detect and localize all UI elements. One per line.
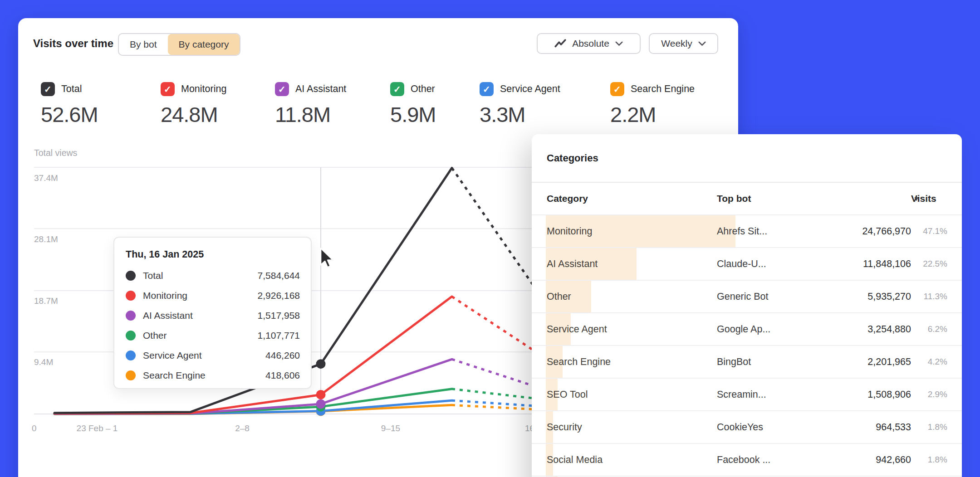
checkbox-ai-assistant[interactable]: ✓	[275, 82, 289, 96]
categories-panel-title: Categories	[532, 134, 962, 183]
tooltip-value: 418,606	[265, 370, 300, 381]
check-icon: ✓	[393, 85, 401, 94]
tooltip-label: Service Agent	[143, 350, 202, 361]
cell-category: Monitoring	[547, 215, 592, 247]
column-header-category: Category	[547, 183, 588, 214]
tooltip-value: 446,260	[265, 350, 300, 361]
x-tick-label: 23 Feb – 1	[77, 423, 118, 433]
tooltip-row: Total 7,584,644	[126, 266, 300, 286]
chart-tooltip: Thu, 16 Jan 2025 Total 7,584,644 Monitor…	[113, 237, 312, 389]
check-icon: ✓	[164, 85, 172, 94]
cell-category: AI Assistant	[547, 248, 598, 280]
toggle-by-bot[interactable]: By bot	[119, 34, 168, 55]
legend-item-ai-assistant[interactable]: ✓ AI Assistant 11.8M	[275, 82, 346, 127]
tooltip-value: 7,584,644	[258, 270, 300, 281]
check-icon: ✓	[483, 85, 490, 94]
cell-percent: 1.8%	[928, 444, 947, 476]
legend-value: 2.2M	[610, 102, 695, 127]
tooltip-label: Total	[143, 270, 163, 281]
series-dot-monitoring	[126, 291, 136, 301]
table-row[interactable]: Other Generic Bot 5,935,270 11.3%	[532, 281, 962, 313]
cell-category: Security	[547, 411, 582, 443]
tooltip-row: Monitoring 2,926,168	[126, 286, 300, 306]
metric-dropdown-label: Absolute	[572, 38, 609, 49]
cell-percent: 47.1%	[923, 215, 947, 247]
cell-visits: 3,254,880	[867, 313, 911, 345]
legend-value: 11.8M	[275, 102, 346, 127]
cell-percent: 2.9%	[928, 379, 947, 410]
table-row[interactable]: AI Assistant Claude-U... 11,848,106 22.5…	[532, 248, 962, 281]
y-tick-label: 37.4M	[34, 173, 58, 183]
legend-label: Monitoring	[181, 83, 226, 95]
cell-percent: 1.8%	[928, 411, 947, 443]
y-tick-label: 28.1M	[34, 234, 58, 244]
table-row[interactable]: Monitoring Ahrefs Sit... 24,766,970 47.1…	[532, 215, 962, 248]
cell-percent: 11.3%	[924, 281, 947, 312]
tooltip-value: 2,926,168	[258, 290, 300, 301]
tooltip-label: Other	[143, 330, 167, 341]
cell-top-bot: BingBot	[717, 346, 751, 378]
series-dot-other	[126, 331, 136, 341]
y-tick-label: 18.7M	[34, 296, 58, 306]
view-toggle: By bot By category	[118, 33, 240, 56]
table-row[interactable]: Service Agent Google Ap... 3,254,880 6.2…	[532, 313, 962, 346]
cell-category: Other	[547, 281, 571, 312]
legend-label: Other	[411, 83, 435, 95]
legend-item-service-agent[interactable]: ✓ Service Agent 3.3M	[480, 82, 560, 127]
checkbox-other[interactable]: ✓	[390, 82, 404, 96]
categories-panel: Categories Category Top bot Visits ▾ Mon…	[532, 134, 962, 477]
x-tick-label: 0	[32, 423, 37, 433]
toggle-by-category[interactable]: By category	[168, 34, 240, 55]
column-header-top-bot: Top bot	[717, 183, 751, 214]
legend-label: Total	[61, 83, 82, 95]
checkbox-total[interactable]: ✓	[41, 82, 55, 96]
page-title: Visits over time	[33, 37, 113, 50]
legend-item-other[interactable]: ✓ Other 5.9M	[390, 82, 436, 127]
cell-category: Social Media	[547, 444, 603, 476]
mouse-cursor-icon	[319, 248, 335, 270]
cell-top-bot: Claude-U...	[717, 248, 766, 280]
metric-dropdown[interactable]: Absolute	[537, 33, 641, 54]
cell-visits: 11,848,106	[863, 248, 911, 280]
cell-top-bot: Generic Bot	[717, 281, 769, 312]
series-dot-service-agent	[126, 350, 136, 360]
legend-item-total[interactable]: ✓ Total 52.6M	[41, 82, 98, 127]
checkbox-search-engine[interactable]: ✓	[610, 82, 624, 96]
legend-item-search-engine[interactable]: ✓ Search Engine 2.2M	[610, 82, 695, 127]
cell-visits: 24,766,970	[862, 215, 911, 247]
trend-line-icon	[554, 39, 566, 48]
checkbox-service-agent[interactable]: ✓	[480, 82, 494, 96]
series-dot-ai-assistant	[126, 311, 136, 321]
cell-percent: 4.2%	[928, 346, 947, 378]
table-row[interactable]: Search Engine BingBot 2,201,965 4.2%	[532, 346, 962, 379]
tooltip-value: 1,107,771	[258, 330, 300, 341]
legend-value: 5.9M	[390, 102, 436, 127]
interval-dropdown[interactable]: Weekly	[649, 33, 718, 54]
checkbox-monitoring[interactable]: ✓	[161, 82, 175, 96]
tooltip-row: Service Agent 446,260	[126, 346, 300, 365]
tooltip-row: AI Assistant 1,517,958	[126, 306, 300, 326]
table-row[interactable]: Security CookieYes 964,533 1.8%	[532, 411, 962, 444]
tooltip-label: Search Engine	[143, 370, 206, 381]
series-dot-total	[126, 271, 136, 281]
cell-top-bot: Google Ap...	[717, 313, 770, 345]
legend-label: Service Agent	[500, 83, 560, 95]
x-tick-label: 9–15	[381, 423, 400, 433]
table-row[interactable]: SEO Tool Screamin... 1,508,906 2.9%	[532, 379, 962, 411]
cell-category: Service Agent	[547, 313, 607, 345]
tooltip-row: Other 1,107,771	[126, 326, 300, 346]
chevron-down-icon	[615, 41, 623, 46]
series-dot-search-engine	[126, 370, 136, 380]
cell-percent: 22.5%	[923, 248, 947, 280]
legend-value: 52.6M	[41, 102, 98, 127]
table-row[interactable]: Social Media Facebook ... 942,660 1.8%	[532, 444, 962, 477]
cell-visits: 942,660	[876, 444, 911, 476]
tooltip-row: Search Engine 418,606	[126, 365, 300, 385]
tooltip-label: AI Assistant	[143, 310, 193, 321]
cell-percent: 6.2%	[928, 313, 947, 345]
tooltip-label: Monitoring	[143, 290, 187, 301]
legend-item-monitoring[interactable]: ✓ Monitoring 24.8M	[161, 82, 226, 127]
cell-top-bot: Screamin...	[717, 379, 766, 410]
check-icon: ✓	[44, 85, 52, 94]
cell-top-bot: Ahrefs Sit...	[717, 215, 767, 247]
